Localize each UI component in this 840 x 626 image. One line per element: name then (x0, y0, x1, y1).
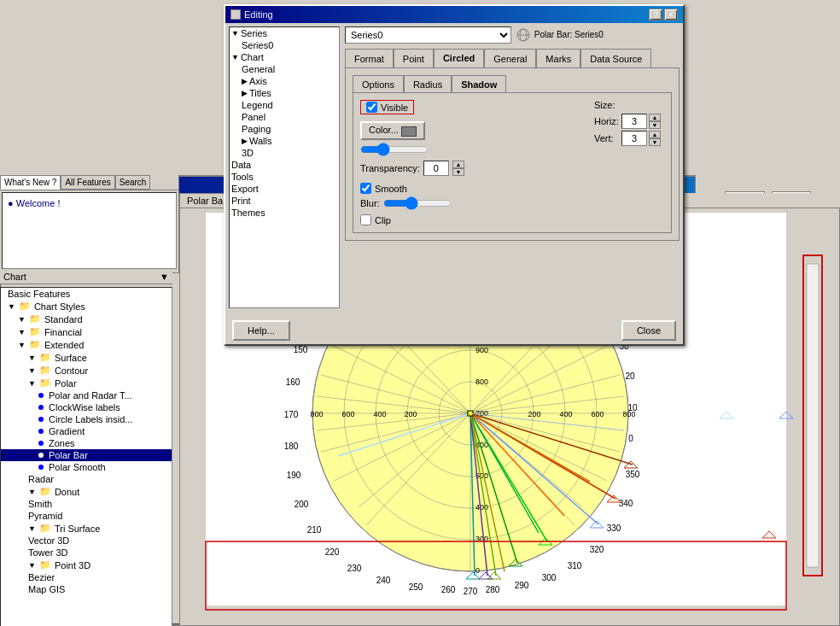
tab-allfeatures[interactable]: All Features (61, 175, 114, 190)
svg-text:600: 600 (341, 410, 354, 418)
horiz-up-btn[interactable]: ▲ (649, 114, 661, 121)
tree-item-donut[interactable]: ▼ 📁 Donut (1, 485, 172, 498)
dtree-legend[interactable]: Legend (230, 99, 339, 111)
tree-item-bezier[interactable]: Bezier (1, 571, 172, 583)
svg-text:310: 310 (568, 561, 582, 570)
tree-item-radar[interactable]: Radar (1, 473, 172, 485)
tab-search[interactable]: Search (115, 175, 151, 190)
dialog-controls: ? × (649, 9, 678, 20)
vert-down-btn[interactable]: ▼ (649, 138, 661, 146)
series-select[interactable]: Series0 (345, 26, 511, 44)
transparency-input[interactable] (423, 161, 449, 176)
tree-item-label: Polar and Radar T... (49, 390, 132, 401)
tree-item-label: Polar (55, 378, 77, 389)
tree-item-extended[interactable]: ▼ 📁 Extended (1, 338, 172, 351)
tree-item-label: Tri Surface (55, 524, 100, 534)
dialog-tree[interactable]: ▼ Series Series0 ▼ Chart General ▶ Axis (229, 26, 340, 308)
tree-panel[interactable]: Basic Features ▼ 📁 Chart Styles ▼ 📁 Stan… (0, 287, 172, 626)
tree-item-polar[interactable]: ▼ 📁 Polar (1, 377, 172, 389)
svg-text:200: 200 (528, 410, 540, 418)
clip-checkbox[interactable] (360, 214, 371, 225)
tab-general[interactable]: General (484, 49, 536, 67)
color-slider[interactable] (360, 143, 429, 155)
dialog-help-btn[interactable]: ? (649, 9, 662, 20)
dtree-general[interactable]: General (230, 63, 339, 75)
visible-checkbox[interactable] (366, 102, 377, 113)
vert-input[interactable] (621, 131, 647, 146)
tree-item-label: Radar (28, 474, 54, 484)
dialog-close-btn[interactable]: × (664, 9, 678, 20)
tree-item-tower3d[interactable]: Tower 3D (1, 547, 172, 559)
smooth-checkbox[interactable] (360, 183, 371, 194)
tree-item-label: Circle Labels insid... (49, 414, 132, 424)
blur-slider[interactable] (383, 197, 452, 209)
dtree-panel[interactable]: Panel (230, 111, 339, 123)
dtree-3d[interactable]: 3D (230, 147, 339, 159)
dtree-tools[interactable]: Tools (230, 171, 339, 183)
dtree-axis[interactable]: ▶ Axis (230, 75, 339, 87)
tab-format[interactable]: Format (345, 49, 394, 67)
tree-item-gradient[interactable]: Gradient (1, 425, 172, 437)
tree-item-basicfeatures[interactable]: Basic Features (1, 288, 172, 300)
tree-item-polarbar[interactable]: Polar Bar (1, 449, 172, 461)
tree-item-label: Basic Features (8, 289, 70, 299)
tree-item-trisurface[interactable]: ▼ 📁 Tri Surface (1, 522, 172, 535)
dtree-chart[interactable]: ▼ Chart (230, 51, 339, 63)
tree-item-chartstyles[interactable]: ▼ 📁 Chart Styles (1, 300, 172, 313)
horiz-input[interactable] (621, 114, 647, 129)
folder-icon: 📁 (39, 486, 51, 497)
tree-item-label: Vector 3D (28, 535, 69, 546)
svg-text:800: 800 (475, 377, 488, 386)
tree-item-contour[interactable]: ▼ 📁 Contour (1, 364, 172, 377)
tree-item-point3d[interactable]: ▼ 📁 Point 3D (1, 559, 172, 571)
folder-icon: 📁 (39, 559, 51, 570)
sub-tab-radius[interactable]: Radius (404, 75, 452, 92)
tree-item-label: Map GIS (28, 584, 65, 594)
tree-item-standard[interactable]: ▼ 📁 Standard (1, 313, 172, 325)
transparency-down-btn[interactable]: ▼ (452, 168, 464, 176)
svg-text:190: 190 (287, 471, 301, 480)
dtree-series[interactable]: ▼ Series (230, 27, 339, 39)
dtree-label: Themes (231, 208, 265, 218)
tree-item-clockwise[interactable]: ClockWise labels (1, 401, 172, 413)
help-button[interactable]: Help... (232, 320, 290, 341)
expand-icon: ▼ (231, 53, 239, 61)
welcome-text: ● Welcome ! (6, 196, 172, 210)
horiz-down-btn[interactable]: ▼ (649, 121, 661, 129)
sub-tab-options[interactable]: Options (353, 75, 404, 92)
tab-point[interactable]: Point (394, 49, 434, 67)
dtree-titles[interactable]: ▶ Titles (230, 87, 339, 99)
tree-item-mapgis[interactable]: Map GIS (1, 583, 172, 595)
tree-item-surface[interactable]: ▼ 📁 Surface (1, 351, 172, 364)
color-button[interactable]: Color... (360, 121, 425, 140)
visible-label: Visible (381, 102, 408, 113)
tree-item-label: Polar Smooth (49, 462, 106, 472)
sub-tab-shadow[interactable]: Shadow (452, 75, 506, 92)
dtree-label: General (242, 64, 275, 74)
dtree-series0[interactable]: Series0 (230, 39, 339, 51)
tree-item-zones[interactable]: Zones (1, 437, 172, 449)
tree-item-label: Smith (28, 499, 52, 509)
dtree-themes[interactable]: Themes (230, 207, 339, 219)
dtree-export[interactable]: Export (230, 183, 339, 195)
dtree-paging[interactable]: Paging (230, 123, 339, 135)
tree-item-vector3d[interactable]: Vector 3D (1, 535, 172, 547)
dtree-print[interactable]: Print (230, 195, 339, 207)
dtree-walls[interactable]: ▶ Walls (230, 135, 339, 147)
vert-up-btn[interactable]: ▲ (649, 131, 661, 138)
tree-item-polarradar[interactable]: Polar and Radar T... (1, 389, 172, 401)
tab-datasource[interactable]: Data Source (580, 49, 651, 67)
tab-circled[interactable]: Circled (434, 49, 484, 67)
tab-marks[interactable]: Marks (536, 49, 580, 67)
transparency-up-btn[interactable]: ▲ (452, 161, 464, 168)
tree-item-smith[interactable]: Smith (1, 498, 172, 510)
tree-item-polarsmooth[interactable]: Polar Smooth (1, 461, 172, 473)
dialog-bottom-close-button[interactable]: Close (621, 320, 676, 341)
tree-item-financial[interactable]: ▼ 📁 Financial (1, 325, 172, 338)
tree-item-label: Surface (55, 353, 87, 363)
tree-item-circlelabels[interactable]: Circle Labels insid... (1, 413, 172, 425)
dtree-data[interactable]: Data (230, 159, 339, 171)
expand-icon: ▼ (28, 561, 36, 570)
tree-item-pyramid[interactable]: Pyramid (1, 510, 172, 522)
tab-whatsnew[interactable]: What's New ? (0, 175, 61, 190)
